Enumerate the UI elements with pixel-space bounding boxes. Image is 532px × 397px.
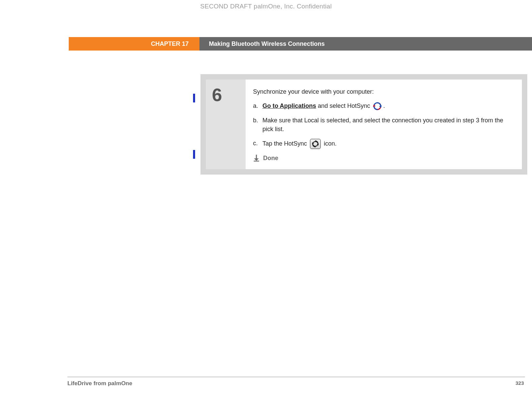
footer-product-name: LifeDrive from palmOne [67,380,132,387]
hotsync-button-icon [310,139,321,149]
revision-bar-icon [193,150,195,159]
substep-text-post: icon. [322,140,337,147]
done-label: Done [263,155,278,162]
chapter-title: Making Bluetooth Wireless Connections [209,40,325,48]
substep-tail: . [383,102,385,109]
chapter-label: CHAPTER 17 [151,40,189,48]
step-number: 6 [212,86,222,104]
done-arrow-icon [253,154,260,162]
svg-marker-5 [254,158,259,161]
chapter-label-box: CHAPTER 17 [69,37,199,51]
hotsync-icon [372,102,382,111]
step-substep: b. Make sure that Local is selected, and… [253,116,512,133]
substep-text-pre: Tap the HotSync [262,140,309,147]
substep-bullet: c. [253,139,258,148]
step-number-column: 6 [206,80,246,169]
step-body: Synchronize your device with your comput… [246,80,522,169]
step-block: 6 Synchronize your device with your comp… [200,74,527,175]
footer-divider [67,377,525,377]
go-to-applications-link[interactable]: Go to Applications [262,102,316,109]
header-left-spacer [0,37,69,51]
chapter-header-bar: CHAPTER 17 Making Bluetooth Wireless Con… [0,37,532,51]
substep-text: and select HotSync [316,102,372,109]
watermark-text: SECOND DRAFT palmOne, Inc. Confidential [200,3,332,10]
step-substep: c. Tap the HotSync icon. [253,139,512,149]
chapter-title-box: Making Bluetooth Wireless Connections [199,37,532,51]
substep-text: Make sure that Local is selected, and se… [262,117,503,132]
done-row: Done [253,154,512,162]
substep-bullet: b. [253,116,258,125]
step-intro: Synchronize your device with your comput… [253,88,512,95]
revision-bar-icon [193,94,195,102]
substep-bullet: a. [253,101,258,110]
footer-page-number: 323 [515,380,524,386]
step-substep: a. Go to Applications and select HotSync… [253,101,512,111]
